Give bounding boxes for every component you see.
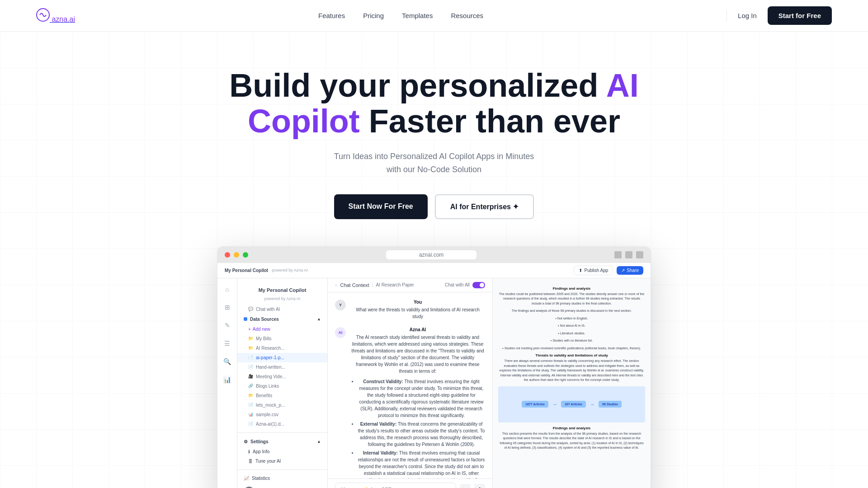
app-top-bar: My Personal Copilot powered by Azna AI ⬆… [217,263,651,278]
ai-message-content: Azna AI The AI research study identified… [350,327,485,479]
chat-input-field[interactable] [335,483,456,488]
sidebar-icon-chart[interactable]: 📊 [222,374,233,385]
titlebar-url: aznai.com [386,250,476,259]
navbar: azna.ai Features Pricing Templates Resou… [0,0,868,32]
sidebar-handwritten[interactable]: 📄 Hand-written... [237,362,327,372]
app-top-right: ⬆ Publish App ↗ Share [574,266,643,275]
hero-buttons: Start Now For Free AI for Enterprises ✦ [18,194,850,219]
context-value-text: AI Research Paper [376,282,414,287]
plus-icon: + [248,327,251,332]
diagram-arrow-2: → [590,401,595,408]
doc-text-1: The studies could be published between 2… [498,292,645,306]
context-value: : [372,282,373,287]
sidebar-item-tune[interactable]: 🎛 Tune your AI [237,456,327,466]
chat-with-all-control[interactable]: Chat with All [445,282,485,288]
sidebar-azna-ai[interactable]: 📄 Azna-ai(1).d... [237,419,327,429]
nav-resources[interactable]: Resources [451,12,483,19]
titlebar-icon-2 [625,251,632,258]
tune-icon: 🎛 [248,459,253,464]
powered-by-label: powered by Azna AI [272,268,308,272]
user-name: You [350,300,485,305]
add-new-button[interactable]: + Add new [237,324,327,334]
app-screenshot: aznai.com My Personal Copilot powered by… [217,246,651,488]
send-button-2[interactable]: ⬆ [474,484,485,488]
logo-text: azna.ai [52,15,75,23]
right-doc-panel: Findings and analysis The studies could … [492,278,651,488]
sidebar-ai-research[interactable]: 📁 AI Research... [237,343,327,353]
settings-collapse-icon: ▲ [317,439,321,444]
sidebar-item-app-info[interactable]: ℹ App Info [237,447,327,456]
folder-icon-3: 📁 [248,393,253,398]
folder-icon: 📁 [248,336,253,341]
folder-icon-2: 📁 [248,346,253,350]
enterprise-button[interactable]: AI for Enterprises ✦ [435,194,534,219]
diagram-arrow-1: → [552,401,557,408]
diagram-box-2: 197 Articles [561,401,586,408]
publish-icon: ⬆ [579,268,582,273]
publish-app-button[interactable]: ⬆ Publish App [574,266,613,275]
dot-yellow [234,252,239,258]
sidebar-item-statistics[interactable]: 📈 Statistics [237,474,327,483]
hero-section: Build your personalized AI Copilot Faste… [0,32,868,488]
sidebar-icon-grid[interactable]: ⊞ [222,302,233,313]
chat-with-all-toggle[interactable] [472,282,485,288]
nav-templates[interactable]: Templates [402,12,433,19]
sidebar-icon-search[interactable]: 🔍 [222,356,233,367]
user-message-content: You What were the threats to validity an… [350,300,485,320]
video-icon: 🎥 [248,374,253,379]
window-titlebar: aznai.com [217,247,651,263]
doc-bullet-2: • Not about AI in IS. [498,324,645,328]
sidebar-meeting[interactable]: 🎥 Meeting Vide... [237,372,327,381]
share-button[interactable]: ↗ Share [617,266,643,275]
app-window: aznai.com My Personal Copilot powered by… [217,247,651,488]
stats-icon: 📈 [244,476,249,481]
sidebar-icon-home[interactable]: ⌂ [222,284,233,295]
chat-context: ○ Chat Context : AI Research Paper [335,282,414,288]
sidebar-icon-doc[interactable]: ☰ [222,338,233,349]
nav-pricing[interactable]: Pricing [363,12,384,19]
file-icon: 📄 [248,355,253,360]
ai-response-text: The AI research study identified several… [350,334,485,479]
doc-heading-threats: Threats to validity and limitations of s… [498,353,645,357]
doc-findings-text: This section presents the results from t… [498,432,645,450]
sidebar-lets-mock[interactable]: 📄 lets_mock_p... [237,400,327,410]
sidebar-item-chat[interactable]: 💬 Chat with AI [237,305,327,314]
diagram-box-1: 1877 Articles [522,401,548,408]
chat-input-bar: ▶ ⬆ [328,479,492,488]
user-message-text: What were the threats to validity and li… [350,306,485,320]
chat-with-all-label: Chat with All [445,282,470,287]
share-icon: ↗ [621,268,625,273]
sidebar-blogs[interactable]: 🔗 Blogs Links [237,381,327,391]
diagram-box-3: 98 Studies [599,401,622,408]
hero-content: Build your personalized AI Copilot Faste… [18,68,850,488]
doc-bullet-3: • Literature studies. [498,331,645,336]
collapse-icon: ▲ [317,317,321,321]
data-sources-indicator [244,317,247,321]
sidebar-data-sources[interactable]: Data Sources ▲ [237,314,327,324]
sidebar-ai-paper[interactable]: 📄 ai-paper-1-p... [237,353,327,362]
link-icon: 🔗 [248,384,253,388]
start-free-button[interactable]: Start for Free [768,6,832,25]
sidebar-settings[interactable]: ⚙ Settings ▲ [237,436,327,447]
nav-links: Features Pricing Templates Resources [318,12,483,20]
login-link[interactable]: Log In [738,12,757,19]
doc-bullet-5: • Studies not meeting peer-reviewed scie… [498,346,645,351]
sidebar-sample-csv[interactable]: 📊 sample.csv [237,410,327,419]
send-button-1[interactable]: ▶ [460,484,471,488]
logo[interactable]: azna.ai [36,8,75,23]
chat-messages: Y You What were the threats to validity … [328,292,492,479]
dot-green [243,252,248,258]
chat-icon: 💬 [248,307,253,311]
dot-red [225,252,230,258]
panel-subheader: powered by Azna AI [237,296,327,305]
ai-message: AI Azna AI The AI research study identif… [335,327,485,479]
start-now-button[interactable]: Start Now For Free [334,194,428,219]
sidebar-my-bills[interactable]: 📁 My Bills [237,334,327,343]
sidebar-benefits[interactable]: 📁 Benefits [237,391,327,400]
sidebar-icon-edit[interactable]: ✎ [222,320,233,331]
file-icon-4: 📄 [248,422,253,426]
app-name-label: My Personal Copilot [225,268,268,273]
sidebar-icons: ⌂ ⊞ ✎ ☰ 🔍 📊 [217,278,237,488]
doc-diagram: 1877 Articles → 197 Articles → 98 Studie… [498,386,645,422]
nav-features[interactable]: Features [318,12,345,19]
